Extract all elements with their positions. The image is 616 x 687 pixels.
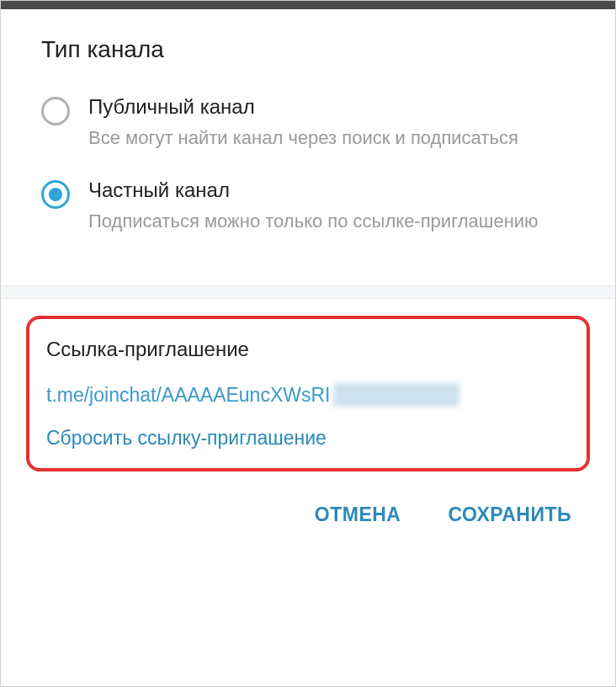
section-title: Тип канала: [41, 36, 575, 63]
radio-text-container: Публичный канал Все могут найти канал че…: [88, 95, 575, 152]
radio-option-private[interactable]: Частный канал Подписаться можно только п…: [41, 178, 575, 235]
dialog-button-row: ОТМЕНА СОХРАНИТЬ: [1, 482, 615, 551]
channel-type-dialog: Тип канала Публичный канал Все могут най…: [0, 0, 616, 687]
section-divider: [1, 285, 615, 299]
channel-type-section: Тип канала Публичный канал Все могут най…: [1, 9, 615, 285]
invite-link-highlight-box: Ссылка-приглашение t.me/joinchat/AAAAAEu…: [26, 316, 590, 471]
save-button[interactable]: СОХРАНИТЬ: [444, 498, 575, 531]
radio-text-container: Частный канал Подписаться можно только п…: [88, 178, 575, 235]
invite-link-section: Ссылка-приглашение t.me/joinchat/AAAAAEu…: [1, 299, 615, 482]
radio-icon-selected: [41, 180, 70, 209]
cancel-button[interactable]: ОТМЕНА: [311, 498, 405, 531]
reset-invite-link[interactable]: Сбросить ссылку-приглашение: [46, 427, 570, 450]
invite-link-text: t.me/joinchat/AAAAAEuncXWsRI: [46, 384, 330, 407]
radio-label-public: Публичный канал: [88, 95, 575, 119]
invite-link-blurred: [333, 383, 459, 407]
radio-option-public[interactable]: Публичный канал Все могут найти канал че…: [41, 95, 575, 152]
radio-description-private: Подписаться можно только по ссылке-пригл…: [88, 207, 575, 235]
radio-icon: [41, 97, 70, 125]
top-strip: [1, 1, 615, 9]
invite-link-row[interactable]: t.me/joinchat/AAAAAEuncXWsRI: [46, 383, 570, 407]
invite-link-title: Ссылка-приглашение: [46, 338, 570, 361]
radio-description-public: Все могут найти канал через поиск и подп…: [88, 124, 575, 152]
radio-label-private: Частный канал: [88, 178, 575, 202]
